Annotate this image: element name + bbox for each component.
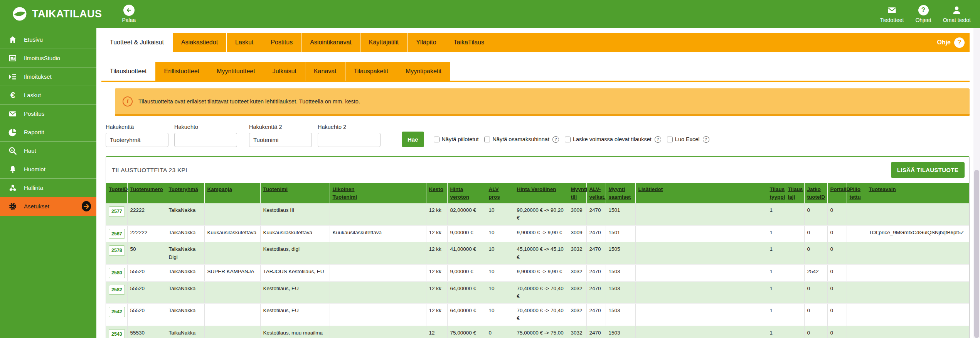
help-icon[interactable]: ? [552,136,559,143]
column-header-tuoteryhmä[interactable]: Tuoteryhmä [166,183,204,203]
sidebar-item-raportit[interactable]: Raportit [0,123,96,142]
search-submit-button[interactable]: Hae [402,132,424,147]
tab-asiakastiedot[interactable]: Asiakastiedot [173,33,227,52]
sidebar-item-laskut[interactable]: €Laskut [0,86,96,105]
product-id-link[interactable]: 2582 [109,285,125,295]
tab-postitus[interactable]: Postitus [262,33,301,52]
tab-laskut[interactable]: Laskut [227,33,262,52]
checkbox-laske-voimassa-olevat-tilaukset[interactable]: Laske voimassa olevat tilaukset? [565,136,661,143]
product-id-link[interactable]: 2577 [109,206,125,217]
tab-taikatilaus[interactable]: TaikaTilaus [445,33,493,52]
help-icon[interactable]: ? [703,136,709,143]
top-action-tiedotteet[interactable]: Tiedotteet [880,5,904,23]
sidebar-item-ilmoitusstudio[interactable]: IlmoitusStudio [0,49,96,68]
column-sort-link[interactable]: ALV- velkat. [589,186,606,200]
tab-ylläpito[interactable]: Ylläpito [407,33,445,52]
hakuehto-input[interactable] [174,133,237,147]
hakuehto-2-input[interactable] [318,133,381,147]
column-header-ulkoinen-tuotenimi[interactable]: Ulkoinen Tuotenimi [330,183,426,203]
table-row: 258055520TaikaNakkaSUPER KAMPANJATARJOUS… [106,264,970,281]
sidebar-item-haut[interactable]: Haut [0,142,96,160]
column-sort-link[interactable]: Hinta Verollinen [517,186,556,192]
column-sort-link[interactable]: Ulkoinen Tuotenimi [333,186,357,200]
column-header-lisätiedot[interactable]: Lisätiedot [635,183,767,203]
column-sort-link[interactable]: Tuotenumero [130,186,163,192]
checkbox-input[interactable] [434,137,439,142]
sidebar-item-postitus[interactable]: Postitus [0,105,96,123]
subtab-julkaisut[interactable]: Julkaisut [264,62,305,81]
column-sort-link[interactable]: Tuoteryhmä [169,186,198,192]
column-sort-link[interactable]: Piilo tettu [850,186,861,200]
page-scrollbar-thumb[interactable] [974,170,979,338]
product-id-link[interactable]: 2580 [109,268,125,278]
sidebar-item-ilmoitukset[interactable]: Ilmoitukset [0,68,96,86]
top-action-omat-tiedot[interactable]: Omat tiedot [943,5,971,23]
top-action-ohjeet[interactable]: ?Ohjeet [915,5,931,23]
column-sort-link[interactable]: Lisätiedot [638,186,663,192]
column-header-tilaus-tyyppi[interactable]: Tilaus tyyppi [767,183,785,203]
column-sort-link[interactable]: PortalID [830,186,850,192]
hakukenttä-2-input[interactable] [249,133,312,147]
column-header-hinta-veroton[interactable]: Hinta veroton [447,183,486,203]
column-header-myynti-saamiset[interactable]: Myynti saamiset [606,183,635,203]
subtab-myyntituotteet[interactable]: Myyntituotteet [208,62,264,81]
column-sort-link[interactable]: Myynti saamiset [609,186,631,200]
column-header-kesto[interactable]: Kesto [426,183,447,203]
column-sort-link[interactable]: Tuoteavain [869,186,896,192]
checkbox-input[interactable] [667,137,673,142]
checkbox-luo-excel[interactable]: Luo Excel? [667,136,709,143]
sidebar-item-asetukset[interactable]: Asetukset [0,197,96,216]
column-header-tuoteid[interactable]: TuoteID [106,183,127,203]
column-header-tuotenimi[interactable]: Tuotenimi [260,183,330,203]
product-id-link[interactable]: 2567 [109,229,125,239]
column-header-kampanja[interactable]: Kampanja [204,183,260,203]
column-header-portalid[interactable]: PortalID [827,183,847,203]
column-header-tuoteavain[interactable]: Tuoteavain [866,183,970,203]
tab-asiointikanavat[interactable]: Asiointikanavat [301,33,360,52]
subtab-tilaustuotteet[interactable]: Tilaustuotteet [101,62,155,81]
column-header-alv-velkat[interactable]: ALV- velkat. [586,183,606,203]
column-sort-link[interactable]: Jatko tuoteID [807,186,825,200]
tab-tuotteet-julkaisut[interactable]: Tuotteet & Julkaisut [101,33,173,52]
sidebar-item-huomiot[interactable]: Huomiot [0,160,96,179]
add-subscription-product-button[interactable]: LISÄÄ TILAUSTUOTE [891,162,965,178]
subtab-tilauspaketit[interactable]: Tilauspaketit [345,62,397,81]
column-sort-link[interactable]: Kampanja [207,186,232,192]
back-button[interactable]: Palaa [122,5,136,23]
checkbox-input[interactable] [484,137,490,142]
column-sort-link[interactable]: Kesto [429,186,444,192]
cell-hinta-veroton: 82,00000 € [447,203,486,225]
column-sort-link[interactable]: Hinta veroton [450,186,470,200]
column-header-hinta-verollinen[interactable]: Hinta Verollinen [514,183,568,203]
column-header-tilaus-laji[interactable]: Tilaus laji [785,183,804,203]
column-sort-link[interactable]: Tilaus tyyppi [770,186,785,200]
column-header-alv-pros[interactable]: ALV pros [486,183,514,203]
product-id-link[interactable]: 2578 [109,245,125,256]
help-icon[interactable]: ? [655,136,661,143]
checkbox-näytä-osamaksuhinnat[interactable]: Näytä osamaksuhinnat? [484,136,559,143]
tab-käyttäjätilit[interactable]: Käyttäjätilit [360,33,407,52]
column-sort-link[interactable]: Tuotenimi [263,186,288,192]
column-sort-link[interactable]: TuoteID [109,186,128,192]
arrow-right-circle-icon [82,202,91,211]
sidebar-item-hallinta[interactable]: Hallinta [0,179,96,197]
product-id-link[interactable]: 2542 [109,307,125,317]
column-sort-link[interactable]: Myynti tili [571,186,588,200]
column-header-piilo-tettu[interactable]: Piilo tettu [847,183,866,203]
product-id-link[interactable]: 2543 [109,329,125,338]
checkbox-näytä-piilotetut[interactable]: Näytä piilotetut [434,136,479,142]
sidebar-item-etusivu[interactable]: Etusivu [0,30,96,49]
column-sort-link[interactable]: Tilaus laji [788,186,803,200]
column-header-myynti-tili[interactable]: Myynti tili [568,183,586,203]
column-header-tuotenumero[interactable]: Tuotenumero [127,183,166,203]
subtab-myyntipaketit[interactable]: Myyntipaketit [397,62,450,81]
hakukenttä-input[interactable] [106,133,168,147]
checkbox-input[interactable] [565,137,571,142]
subtab-erillistuotteet[interactable]: Erillistuotteet [155,62,208,81]
column-header-jatko-tuoteid[interactable]: Jatko tuoteID [804,183,827,203]
brand-logo[interactable]: TAIKATILAUS [12,6,102,22]
table-row: 257722222TaikaNakkaKestotilaus III12 kk8… [106,203,970,225]
column-sort-link[interactable]: ALV pros [489,186,500,200]
ohje-help-button[interactable]: Ohje ? [937,33,970,52]
subtab-kanavat[interactable]: Kanavat [305,62,345,81]
